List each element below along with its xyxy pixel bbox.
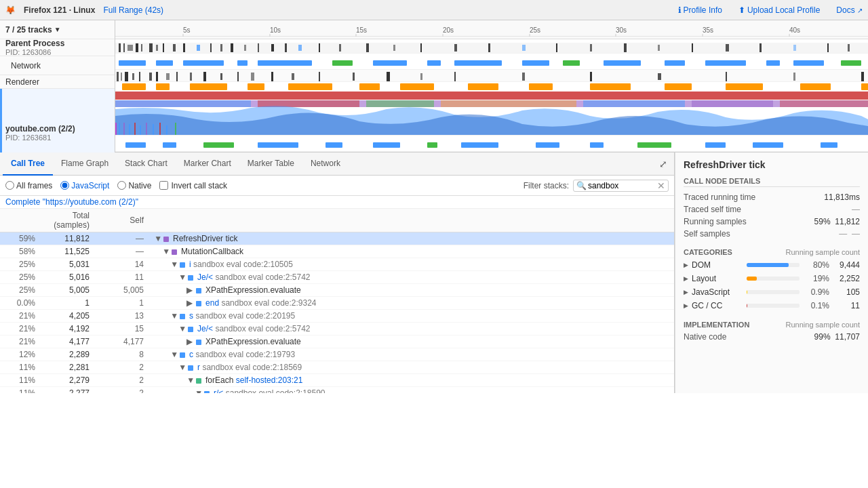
sandbox-link[interactable]: c bbox=[189, 350, 193, 359]
tab-stack-chart[interactable]: Stack Chart bbox=[117, 152, 176, 176]
impl-running-count-header: Running sample count bbox=[786, 321, 860, 329]
svg-rect-30 bbox=[220, 44, 222, 52]
expand-icon[interactable]: ▼ bbox=[178, 272, 185, 282]
svg-rect-56 bbox=[119, 60, 146, 66]
svg-rect-17 bbox=[115, 43, 868, 53]
table-row[interactable]: 11% 2,279 2 ▼ forEach self-hosted:203:21 bbox=[0, 374, 674, 387]
expand-icon[interactable]: ▼ bbox=[170, 311, 177, 321]
expand-icon[interactable]: ▶ bbox=[186, 285, 193, 295]
svg-rect-146 bbox=[637, 142, 671, 148]
table-row[interactable]: 25% 5,005 5,005 ▶ XPathExpression.evalua… bbox=[0, 284, 674, 297]
svg-rect-89 bbox=[292, 73, 294, 80]
sandbox-link[interactable]: r bbox=[197, 363, 200, 372]
svg-rect-79 bbox=[149, 73, 152, 81]
col-total-label[interactable]: Total (samples) bbox=[41, 209, 95, 232]
table-row[interactable]: 11% 2,281 2 ▼ r sandbox eval code:2:1856… bbox=[0, 361, 674, 374]
expand-icon[interactable]: ▶ bbox=[186, 337, 193, 346]
expand-icon[interactable]: ▼ bbox=[195, 388, 201, 393]
expand-icon[interactable]: ▼ bbox=[178, 324, 185, 333]
sandbox-link[interactable]: i bbox=[189, 260, 191, 269]
func-name: forEach bbox=[205, 375, 233, 385]
svg-rect-112 bbox=[726, 83, 763, 90]
svg-rect-45 bbox=[556, 43, 557, 52]
svg-rect-19 bbox=[123, 43, 125, 52]
cat-name: DOM bbox=[692, 260, 743, 270]
svg-rect-36 bbox=[298, 45, 302, 51]
tab-marker-table[interactable]: Marker Table bbox=[239, 152, 302, 176]
chevron-down-icon[interactable]: ▼ bbox=[54, 26, 61, 33]
svg-text:20s: 20s bbox=[443, 26, 454, 34]
tab-marker-chart[interactable]: Marker Chart bbox=[176, 152, 239, 176]
table-row[interactable]: 21% 4,177 4,177 ▶ XPathExpression.evalua… bbox=[0, 336, 674, 348]
javascript-radio[interactable]: JavaScript bbox=[60, 181, 109, 190]
table-row[interactable]: 0.0% 1 1 ▶ end sandbox eval code:2:9324 bbox=[0, 297, 674, 310]
svg-rect-105 bbox=[288, 83, 332, 90]
table-row[interactable]: 25% 5,031 14 ▼ i sandbox eval code:2:105… bbox=[0, 258, 674, 271]
invert-call-stack-checkbox[interactable]: Invert call stack bbox=[159, 181, 227, 190]
svg-rect-90 bbox=[319, 72, 320, 81]
profile-info-btn[interactable]: ℹ Profile Info bbox=[678, 5, 722, 15]
row-total-pct: 59% bbox=[0, 232, 41, 245]
expand-icon[interactable]: ▼ bbox=[186, 375, 193, 385]
cat-bar bbox=[747, 277, 757, 281]
row-total: 2,289 bbox=[41, 348, 95, 361]
cat-pct: 19% bbox=[804, 274, 829, 283]
table-row[interactable]: 58% 11,525 — ▼ MutationCallback bbox=[0, 245, 674, 258]
self-samples-label: Self samples bbox=[684, 229, 730, 239]
table-row[interactable]: 25% 5,016 11 ▼ Je/< sandbox eval code:2:… bbox=[0, 271, 674, 284]
table-row[interactable]: 59% 11,812 — ▼ RefreshDriver tick bbox=[0, 232, 674, 245]
row-total-pct: 11% bbox=[0, 361, 41, 374]
search-icon: 🔍 bbox=[576, 181, 587, 190]
expand-icon[interactable]: ▼ bbox=[178, 363, 185, 372]
expand-icon[interactable]: ▼ bbox=[170, 350, 177, 359]
svg-rect-71 bbox=[793, 60, 824, 66]
row-total-pct: 21% bbox=[0, 310, 41, 323]
cat-pct: 0.1% bbox=[804, 301, 829, 310]
tab-network[interactable]: Network bbox=[302, 152, 349, 176]
cat-bar-wrap bbox=[747, 304, 800, 308]
table-row[interactable]: 11% 2,277 2 ▼ r/< sandbox eval code:2:18… bbox=[0, 387, 674, 394]
table-row[interactable]: 21% 4,205 13 ▼ s sandbox eval code:2:201… bbox=[0, 310, 674, 323]
filter-input[interactable] bbox=[588, 181, 656, 190]
svg-rect-85 bbox=[220, 73, 222, 80]
svg-rect-74 bbox=[117, 72, 119, 81]
expand-icon[interactable]: ▼ bbox=[154, 234, 161, 243]
sandbox-link[interactable]: Je/< bbox=[197, 272, 213, 282]
sandbox-link[interactable]: Je/< bbox=[197, 324, 213, 333]
table-row[interactable]: 12% 2,289 8 ▼ c sandbox eval code:2:1979… bbox=[0, 348, 674, 361]
range-label[interactable]: Full Range (42s) bbox=[103, 5, 163, 15]
expand-icon[interactable]: ▶ bbox=[186, 298, 193, 308]
expand-icon[interactable]: ▼ bbox=[170, 260, 177, 269]
expand-panel-btn[interactable]: ⤢ bbox=[655, 159, 671, 169]
col-self-label[interactable]: Self bbox=[95, 209, 149, 232]
svg-rect-140 bbox=[326, 142, 342, 148]
selfhosted-link[interactable]: self-hosted:203:21 bbox=[236, 375, 303, 385]
sandbox-link[interactable]: r/< bbox=[214, 388, 223, 393]
row-name: ▶ XPathExpression.evaluate bbox=[149, 284, 674, 297]
svg-rect-130 bbox=[146, 123, 147, 136]
cat-expand-icon[interactable]: ▶ bbox=[684, 302, 692, 309]
cat-expand-icon[interactable]: ▶ bbox=[684, 275, 692, 282]
upload-profile-btn[interactable]: ⬆ Upload Local Profile bbox=[738, 5, 820, 15]
expand-icon[interactable]: ▼ bbox=[162, 247, 169, 256]
row-name: ▼ c sandbox eval code:2:19793 bbox=[149, 348, 674, 361]
running-samples-label: Running samples bbox=[684, 217, 747, 226]
all-frames-radio[interactable]: All frames bbox=[5, 181, 52, 190]
row-total: 5,031 bbox=[41, 258, 95, 271]
docs-btn[interactable]: Docs ↗ bbox=[836, 5, 863, 15]
row-total: 11,812 bbox=[41, 232, 95, 245]
native-radio[interactable]: Native bbox=[117, 181, 151, 190]
tab-flame-graph[interactable]: Flame Graph bbox=[53, 152, 117, 176]
svg-rect-46 bbox=[590, 44, 592, 52]
complete-link[interactable]: Complete "https://youtube.com (2/2)" bbox=[5, 197, 138, 207]
tab-call-tree[interactable]: Call Tree bbox=[3, 152, 53, 176]
clear-filter-btn[interactable]: ✕ bbox=[657, 181, 665, 190]
table-row[interactable]: 21% 4,192 15 ▼ Je/< sandbox eval code:2:… bbox=[0, 323, 674, 336]
track-count-label[interactable]: 7 / 25 tracks bbox=[5, 25, 52, 35]
sandbox-link[interactable]: end bbox=[205, 298, 219, 308]
sandbox-link[interactable]: s bbox=[189, 311, 193, 321]
call-node-details-section: Call node details Traced running time 11… bbox=[684, 177, 860, 240]
cat-pct: 0.9% bbox=[804, 287, 829, 297]
cat-expand-icon[interactable]: ▶ bbox=[684, 289, 692, 296]
cat-expand-icon[interactable]: ▶ bbox=[684, 262, 692, 268]
